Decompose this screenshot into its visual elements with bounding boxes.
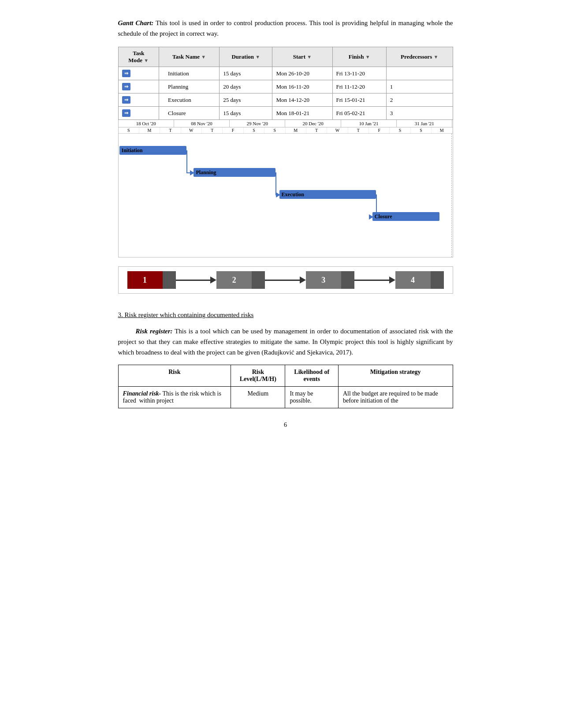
gantt-chart-area: 18 Oct '2008 Nov '2029 Nov '2020 Dec '20… bbox=[118, 120, 453, 258]
gantt-timeline-header: 18 Oct '2008 Nov '2029 Nov '2020 Dec '20… bbox=[119, 120, 453, 127]
sequence-separator bbox=[341, 271, 354, 289]
timeline-day: W bbox=[327, 127, 348, 133]
mitigation-cell: All the budget are required to be made b… bbox=[338, 387, 453, 408]
finish-cell: Fri 15-01-21 bbox=[332, 93, 386, 107]
gantt-days-row: SMTWTFSSMTWTFSSM bbox=[119, 127, 453, 134]
timeline-day: T bbox=[348, 127, 369, 133]
timeline-day: W bbox=[181, 127, 202, 133]
sequence-separator bbox=[431, 271, 444, 289]
predecessors-cell: 1 bbox=[386, 80, 453, 93]
gantt-chart-desc: This tool is used in order to control pr… bbox=[118, 19, 453, 37]
timeline-day: M bbox=[286, 127, 306, 133]
sequence-arrow bbox=[354, 276, 395, 284]
timeline-day: F bbox=[369, 127, 390, 133]
sequence-arrow bbox=[265, 276, 306, 284]
table-row: Financial risk- This is the risk which i… bbox=[118, 387, 453, 408]
task-mode-icon: ⇒ bbox=[122, 96, 130, 104]
duration-cell: 25 days bbox=[220, 93, 272, 107]
col-finish: Finish ▼ bbox=[332, 47, 386, 67]
col-start: Start ▼ bbox=[272, 47, 332, 67]
risk-table-header: Risk Level(L/M/H) bbox=[231, 365, 285, 387]
sequence-separator bbox=[163, 271, 176, 289]
intro-paragraph: Gantt Chart: This tool is used in order … bbox=[118, 18, 453, 39]
sequence-box: 3 bbox=[306, 271, 341, 289]
risk-table: RiskRisk Level(L/M/H)Likelihood of event… bbox=[118, 365, 453, 408]
risk-register-label: Risk register: bbox=[136, 328, 173, 335]
sequence-arrow bbox=[176, 276, 217, 284]
task-name-cell: Execution bbox=[159, 93, 220, 107]
task-mode-icon: ⇒ bbox=[122, 70, 130, 77]
gantt-bar: Planning bbox=[194, 168, 275, 177]
task-mode-cell: ⇒ bbox=[118, 80, 159, 93]
start-cell: Mon 14-12-20 bbox=[272, 93, 332, 107]
gantt-chart-label: Gantt Chart: bbox=[118, 19, 154, 26]
timeline-day: T bbox=[202, 127, 223, 133]
timeline-period: 20 Dec '20 bbox=[285, 120, 341, 127]
sequence-diagram: 1234 bbox=[118, 266, 453, 294]
table-row: ⇒ Planning 20 days Mon 16-11-20 Fri 11-1… bbox=[118, 80, 453, 93]
timeline-period: 29 Nov '20 bbox=[230, 120, 285, 127]
timeline-period: 31 Jan '21 bbox=[397, 120, 452, 127]
task-name-cell: Planning bbox=[159, 80, 220, 93]
start-cell: Mon 18-01-21 bbox=[272, 107, 332, 120]
timeline-period: 08 Nov '20 bbox=[174, 120, 230, 127]
table-row: ⇒ Closure 15 days Mon 18-01-21 Fri 05-02… bbox=[118, 107, 453, 120]
duration-cell: 15 days bbox=[220, 67, 272, 80]
risk-table-header: Risk bbox=[118, 365, 231, 387]
timeline-day: S bbox=[411, 127, 432, 133]
timeline-day: S bbox=[264, 127, 285, 133]
gantt-bars-area: InitiationPlanningExecutionClosure bbox=[119, 134, 453, 257]
risk-level-cell: Medium bbox=[231, 387, 285, 408]
timeline-day: S bbox=[119, 127, 139, 133]
predecessors-cell bbox=[386, 67, 453, 80]
risk-cell: Financial risk- This is the risk which i… bbox=[118, 387, 231, 408]
task-mode-cell: ⇒ bbox=[118, 107, 159, 120]
table-row: ⇒ Initiation 15 days Mon 26-10-20 Fri 13… bbox=[118, 67, 453, 80]
likelihood-cell: It may be possible. bbox=[285, 387, 338, 408]
gantt-table: TaskMode ▼ Task Name ▼ Duration ▼ Start … bbox=[118, 47, 453, 120]
risk-intro-paragraph: Risk register: This is a tool which can … bbox=[118, 326, 453, 358]
timeline-period: 10 Jan '21 bbox=[341, 120, 397, 127]
task-mode-icon: ⇒ bbox=[122, 109, 130, 117]
timeline-day: S bbox=[390, 127, 410, 133]
task-name-cell: Initiation bbox=[159, 67, 220, 80]
sequence-separator bbox=[252, 271, 265, 289]
start-cell: Mon 26-10-20 bbox=[272, 67, 332, 80]
task-name-cell: Closure bbox=[159, 107, 220, 120]
timeline-day: T bbox=[306, 127, 327, 133]
risk-section-heading: 3. Risk register which containing docume… bbox=[118, 311, 453, 319]
col-task-name: Task Name ▼ bbox=[159, 47, 220, 67]
finish-cell: Fri 13-11-20 bbox=[332, 67, 386, 80]
sequence-box: 4 bbox=[395, 271, 431, 289]
sequence-box: 2 bbox=[216, 271, 252, 289]
col-predecessors: Predecessors ▼ bbox=[386, 47, 453, 67]
task-mode-cell: ⇒ bbox=[118, 67, 159, 80]
col-duration: Duration ▼ bbox=[220, 47, 272, 67]
task-mode-cell: ⇒ bbox=[118, 93, 159, 107]
timeline-day: F bbox=[223, 127, 243, 133]
gantt-bar: Initiation bbox=[119, 146, 186, 155]
predecessors-cell: 2 bbox=[386, 93, 453, 107]
gantt-connector bbox=[275, 172, 276, 194]
table-row: ⇒ Execution 25 days Mon 14-12-20 Fri 15-… bbox=[118, 93, 453, 107]
finish-cell: Fri 05-02-21 bbox=[332, 107, 386, 120]
gantt-connector bbox=[186, 150, 187, 172]
predecessors-cell: 3 bbox=[386, 107, 453, 120]
page-number: 6 bbox=[118, 422, 453, 429]
gantt-vertical-line bbox=[451, 134, 452, 257]
col-task-mode: TaskMode ▼ bbox=[118, 47, 159, 67]
timeline-day: T bbox=[160, 127, 181, 133]
start-cell: Mon 16-11-20 bbox=[272, 80, 332, 93]
risk-table-header: Likelihood of events bbox=[285, 365, 338, 387]
risk-table-header: Mitigation strategy bbox=[338, 365, 453, 387]
timeline-day: S bbox=[244, 127, 264, 133]
task-mode-icon: ⇒ bbox=[122, 83, 130, 90]
gantt-bar: Execution bbox=[279, 190, 376, 199]
gantt-bar: Closure bbox=[372, 212, 439, 221]
sequence-box: 1 bbox=[127, 271, 163, 289]
timeline-day: M bbox=[432, 127, 452, 133]
duration-cell: 20 days bbox=[220, 80, 272, 93]
timeline-day: M bbox=[139, 127, 160, 133]
timeline-period: 18 Oct '20 bbox=[119, 120, 174, 127]
duration-cell: 15 days bbox=[220, 107, 272, 120]
